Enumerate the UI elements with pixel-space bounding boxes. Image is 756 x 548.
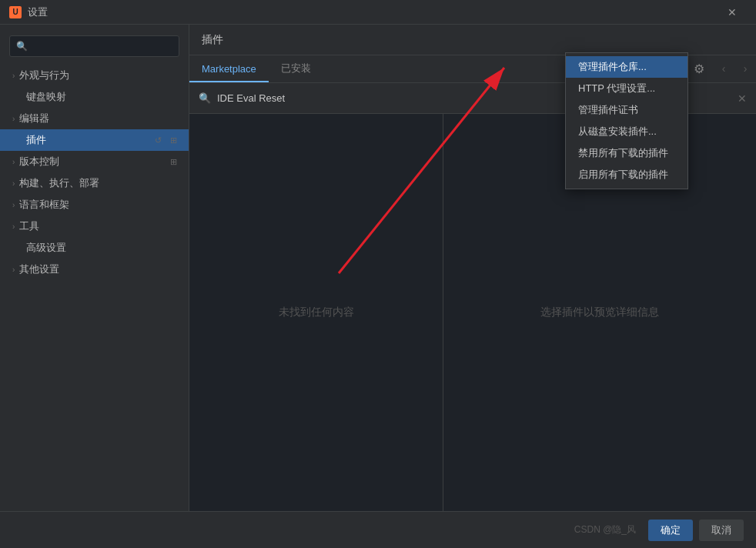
- sidebar-item-label: 插件: [26, 133, 46, 147]
- sidebar-item-label: 工具: [19, 219, 39, 233]
- arrow-icon: ›: [12, 115, 15, 123]
- arrow-icon: ›: [12, 222, 15, 231]
- dropdown-item-enable-all[interactable]: 启用所有下载的插件: [566, 164, 687, 185]
- sidebar-item-label: 外观与行为: [19, 68, 69, 82]
- sidebar-item-lang[interactable]: › 语言和框架: [0, 194, 189, 216]
- arrow-icon: ›: [12, 266, 15, 274]
- settings-window: U 设置 ✕ 🔍 › 外观与行为 键盘映射 ›: [0, 0, 756, 548]
- title-controls: ✕: [714, 0, 750, 25]
- sidebar-search-input[interactable]: [32, 41, 172, 52]
- sidebar-item-label: 编辑器: [19, 112, 49, 125]
- dropdown-item-disable-all[interactable]: 禁用所有下载的插件: [566, 142, 687, 164]
- sidebar-item-advanced[interactable]: 高级设置: [0, 237, 189, 259]
- tab-installed[interactable]: 已安装: [269, 56, 323, 82]
- forward-arrow[interactable]: ›: [734, 55, 756, 82]
- gear-button[interactable]: ⚙: [685, 55, 713, 82]
- plugins-title: 插件: [202, 33, 223, 47]
- dropdown-item-http-proxy[interactable]: HTTP 代理设置...: [566, 78, 687, 99]
- plugin-search-icon: 🔍: [199, 92, 211, 104]
- dropdown-item-install-disk[interactable]: 从磁盘安装插件...: [566, 121, 687, 142]
- sidebar-item-label: 高级设置: [26, 241, 66, 255]
- sidebar: 🔍 › 外观与行为 键盘映射 › 编辑器 插件 ↺ ⊞: [0, 25, 189, 511]
- sidebar-item-icons: ⊞: [167, 155, 179, 168]
- search-icon: 🔍: [16, 41, 28, 52]
- arrow-icon: ›: [12, 158, 15, 166]
- sidebar-item-label: 键盘映射: [26, 90, 66, 104]
- title-bar: U 设置 ✕: [0, 0, 756, 25]
- clear-icon[interactable]: ✕: [738, 92, 747, 105]
- open-icon[interactable]: ⊞: [167, 134, 179, 146]
- arrow-icon: ›: [12, 179, 15, 188]
- sidebar-search-box[interactable]: 🔍: [9, 35, 179, 57]
- app-icon: U: [9, 6, 22, 18]
- sidebar-item-label: 其他设置: [19, 262, 59, 276]
- dropdown-menu: 管理插件仓库... HTTP 代理设置... 管理插件证书 从磁盘安装插件...…: [565, 52, 688, 189]
- confirm-button[interactable]: 确定: [648, 520, 693, 541]
- reset-icon[interactable]: ↺: [152, 134, 164, 146]
- sidebar-item-label: 构建、执行、部署: [19, 176, 99, 190]
- sidebar-item-plugins[interactable]: 插件 ↺ ⊞: [0, 129, 189, 151]
- dropdown-item-manage-certs[interactable]: 管理插件证书: [566, 99, 687, 121]
- sidebar-item-label: 语言和框架: [19, 198, 69, 212]
- back-arrow[interactable]: ‹: [713, 55, 734, 82]
- plugin-list-panel: 未找到任何内容: [189, 114, 443, 511]
- dropdown-item-manage-repos[interactable]: 管理插件仓库...: [566, 56, 687, 78]
- plugins-header: 插件: [189, 25, 756, 55]
- bottom-bar: CSDN @隐_风 确定 取消: [0, 511, 756, 548]
- sidebar-item-other[interactable]: › 其他设置: [0, 259, 189, 280]
- tab-marketplace[interactable]: Marketplace: [189, 56, 269, 82]
- sidebar-item-keymap[interactable]: 键盘映射: [0, 86, 189, 108]
- watermark-text: CSDN @隐_风: [574, 523, 636, 536]
- sidebar-item-icons: ↺ ⊞: [152, 134, 179, 146]
- sidebar-item-editor[interactable]: › 编辑器: [0, 108, 189, 129]
- sidebar-item-build[interactable]: › 构建、执行、部署: [0, 172, 189, 194]
- close-button[interactable]: ✕: [714, 0, 750, 25]
- sidebar-item-tools[interactable]: › 工具: [0, 216, 189, 237]
- cancel-button[interactable]: 取消: [699, 520, 744, 541]
- sidebar-item-vcs[interactable]: › 版本控制 ⊞: [0, 151, 189, 172]
- title-bar-left: U 设置: [9, 5, 48, 19]
- sidebar-item-appearance[interactable]: › 外观与行为: [0, 65, 189, 86]
- arrow-icon: ›: [12, 72, 15, 80]
- select-plugin-text: 选择插件以预览详细信息: [540, 306, 659, 319]
- window-title: 设置: [28, 5, 48, 19]
- open-icon[interactable]: ⊞: [167, 155, 179, 168]
- no-content-text: 未找到任何内容: [279, 306, 354, 319]
- arrow-icon: ›: [12, 201, 15, 209]
- nav-arrows: ‹ ›: [713, 55, 756, 82]
- sidebar-item-label: 版本控制: [19, 155, 59, 169]
